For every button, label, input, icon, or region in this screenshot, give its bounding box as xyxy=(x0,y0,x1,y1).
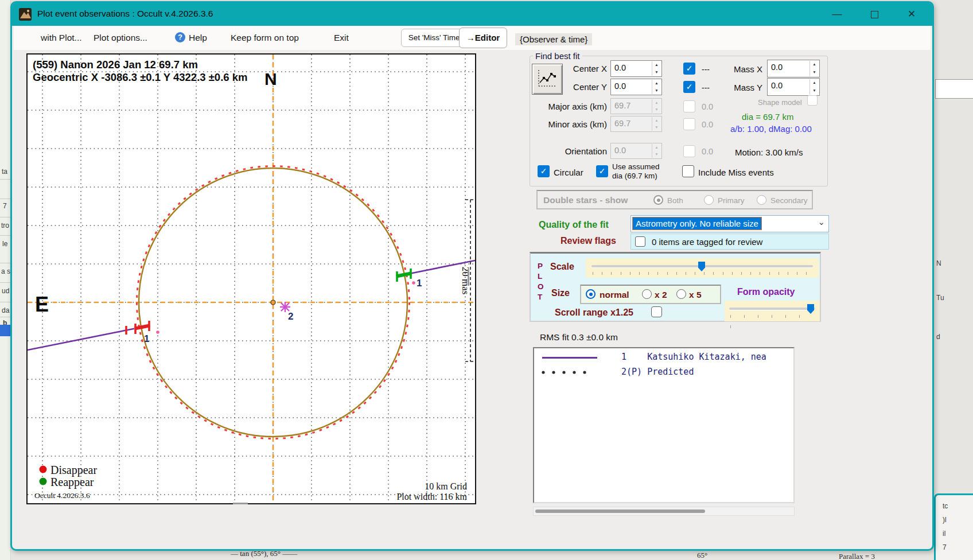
close-button[interactable]: ✕ xyxy=(898,6,925,22)
bg-fragment: ta xyxy=(2,168,7,176)
bg-fragment: da xyxy=(2,306,9,314)
include-miss-label: Include Miss events xyxy=(698,168,774,177)
center-x-fit-checkbox[interactable]: ✓ xyxy=(683,63,695,75)
editor-button[interactable]: →Editor xyxy=(459,28,507,48)
form-opacity-slider-thumb[interactable] xyxy=(807,304,814,314)
minor-axis-fit-checkbox[interactable] xyxy=(683,118,695,130)
plot-title-line2: Geocentric X -3086.3 ±0.1 Y 4322.3 ±0.6 … xyxy=(33,71,247,83)
scale-slider-thumb[interactable] xyxy=(698,262,705,271)
center-x-spinner[interactable]: ▲▼ xyxy=(652,61,661,76)
center-x-dash: --- xyxy=(702,65,710,74)
observer-list-hscrollbar[interactable] xyxy=(533,507,795,516)
form-opacity-slider-ticks xyxy=(730,315,818,318)
use-assumed-checkbox[interactable]: ✓ xyxy=(596,165,608,177)
orientation-spinner: ▲▼ xyxy=(652,144,661,158)
disappear-legend-icon xyxy=(40,466,47,473)
observer-row-1[interactable]: 1 Katsuhiko Kitazaki, nea xyxy=(621,352,766,362)
mass-x-spinner[interactable]: ▲▼ xyxy=(809,61,819,76)
double-stars-both-radio[interactable] xyxy=(653,195,663,205)
double-stars-primary-radio[interactable] xyxy=(704,195,714,205)
double-stars-secondary-radio[interactable] xyxy=(757,195,766,205)
grid-lines xyxy=(28,55,475,503)
dia-text: dia = 69.7 km xyxy=(742,112,793,122)
menu-with-plot[interactable]: with Plot... xyxy=(41,33,82,43)
title-bar[interactable]: Plot event observations : Occult v.4.202… xyxy=(12,3,932,26)
predicted-dot xyxy=(412,281,415,285)
center-y-dash: --- xyxy=(702,83,710,92)
observer-time-label: {Observer & time} xyxy=(515,33,592,45)
double-stars-secondary-label: Secondary xyxy=(770,196,808,205)
size-normal-radio[interactable] xyxy=(586,289,596,299)
menu-plot-options[interactable]: Plot options... xyxy=(94,33,147,43)
predicted-label: 2 xyxy=(288,311,293,322)
menu-exit[interactable]: Exit xyxy=(334,33,349,43)
hscrollbar-thumb[interactable] xyxy=(535,510,705,513)
chord1-disappear-label: 1 xyxy=(144,333,149,344)
bg-window-corner-fragment: tc )l il 7 xyxy=(934,493,973,560)
ab-dmag-text: a/b: 1.00, dMag: 0.00 xyxy=(730,124,812,134)
use-assumed-line1: Use assumed xyxy=(612,162,660,171)
mass-y-field[interactable]: 0.0 ▲▼ xyxy=(767,78,820,96)
scale-slider-area xyxy=(586,258,819,278)
minor-axis-err: 0.0 xyxy=(702,120,713,129)
size-x2-radio[interactable] xyxy=(642,289,652,299)
grid-note: 10 km Grid xyxy=(425,481,467,491)
bg-selected-row-fragment xyxy=(0,325,10,336)
help-icon[interactable]: ? xyxy=(175,32,185,42)
observer-row-2[interactable]: 2(P) Predicted xyxy=(621,367,694,377)
form-opacity-slider-track[interactable] xyxy=(729,308,815,310)
plot-area[interactable]: 1 1 2 E N xyxy=(26,53,476,504)
menu-keep-form-on-top[interactable]: Keep form on top xyxy=(231,33,299,43)
circular-checkbox[interactable]: ✓ xyxy=(538,165,550,177)
main-window: Plot event observations : Occult v.4.202… xyxy=(10,1,934,551)
plot-title-line1: (559) Nanon 2026 Jan 12 69.7 km xyxy=(33,59,198,71)
bg-fragment: tc xyxy=(943,502,948,510)
include-miss-checkbox[interactable] xyxy=(682,165,694,177)
review-flags-checkbox[interactable] xyxy=(635,236,645,247)
quality-label: Quality of the fit xyxy=(539,220,609,230)
center-y-label: Center Y xyxy=(566,82,607,92)
major-axis-field: 69.7 ▲▼ xyxy=(610,98,662,114)
maximize-button[interactable] xyxy=(861,6,888,22)
double-stars-group: Double stars - show Both Primary Seconda… xyxy=(536,190,813,209)
center-y-field[interactable]: 0.0 ▲▼ xyxy=(610,79,662,95)
size-x5-radio[interactable] xyxy=(676,289,686,299)
app-icon xyxy=(19,8,32,21)
center-y-spinner[interactable]: ▲▼ xyxy=(652,80,661,94)
review-flags-label: Review flags xyxy=(561,236,616,246)
quality-selected-value: Astrometry only. No reliable size xyxy=(633,217,761,230)
bg-fragment: a s xyxy=(1,267,10,275)
plot-vertical-scrollbar[interactable] xyxy=(468,270,469,286)
quality-dropdown[interactable]: Astrometry only. No reliable size ⌄ xyxy=(630,215,829,232)
reappear-legend-icon xyxy=(40,478,47,485)
size-normal-label: normal xyxy=(600,290,629,300)
shape-model-checkbox[interactable] xyxy=(807,95,818,106)
bg-fragment: 7 xyxy=(3,202,7,210)
major-axis-spinner: ▲▼ xyxy=(652,99,661,113)
north-label: N xyxy=(264,69,277,88)
bg-fragment: le xyxy=(2,240,7,248)
center-y-fit-checkbox[interactable]: ✓ xyxy=(683,81,695,93)
center-x-field[interactable]: 0.0 ▲▼ xyxy=(610,60,662,77)
chevron-down-icon[interactable]: ⌄ xyxy=(818,217,825,227)
mass-y-spinner[interactable]: ▲▼ xyxy=(809,79,819,95)
bg-fragment: tro xyxy=(1,221,9,230)
minimize-button[interactable]: — xyxy=(824,6,850,22)
motion-text: Motion: 3.00 km/s xyxy=(735,147,803,157)
double-stars-label: Double stars - show xyxy=(543,195,628,205)
predicted-line-sample xyxy=(541,370,598,375)
menu-help[interactable]: Help xyxy=(189,33,207,43)
center-x-label: Center X xyxy=(566,64,607,73)
observer-list[interactable]: 1 Katsuhiko Kitazaki, nea 2(P) Predicted xyxy=(533,347,795,503)
plot-horizontal-scrollbar[interactable] xyxy=(233,503,248,504)
size-label: Size xyxy=(551,288,570,298)
mass-x-field[interactable]: 0.0 ▲▼ xyxy=(767,60,820,77)
major-axis-fit-checkbox[interactable] xyxy=(683,100,695,112)
plot-panel-letter: P xyxy=(538,262,543,270)
scroll-range-checkbox[interactable] xyxy=(651,306,662,317)
use-assumed-line2: dia (69.7 km) xyxy=(612,172,657,180)
review-flags-text: 0 items are tagged for review xyxy=(652,237,762,247)
bg-window-fragment xyxy=(935,79,973,99)
plot-fit-button[interactable] xyxy=(532,64,563,95)
orientation-fit-checkbox[interactable] xyxy=(683,145,695,157)
